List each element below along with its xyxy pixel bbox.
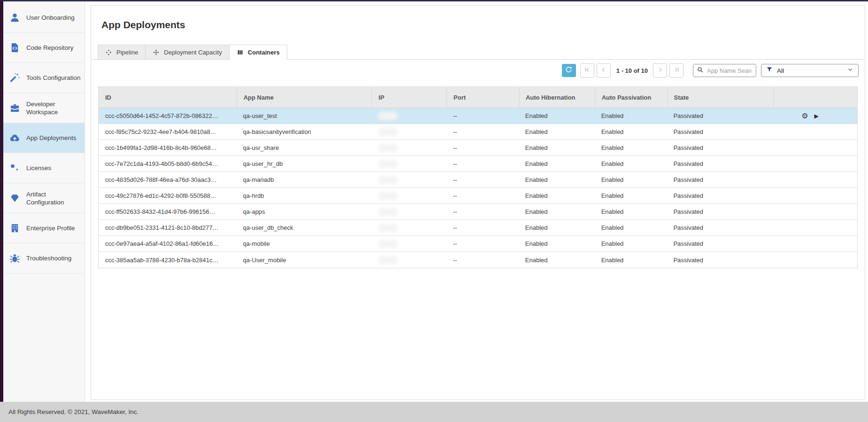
table-row[interactable]: ccc-4835d026-788f-46ea-a76d-30aac3…qa-ma…	[99, 172, 857, 188]
top-accent-bar	[0, 0, 868, 1]
search-icon	[697, 66, 706, 75]
cell-port: --	[446, 124, 519, 140]
cell-id: ccc-4835d026-788f-46ea-a76d-30aac3…	[99, 172, 237, 188]
tab-deployment-capacity[interactable]: Deployment Capacity	[145, 45, 229, 60]
cloud-upload-icon	[8, 133, 21, 143]
settings-gear-icon[interactable]: ⚙	[801, 112, 808, 120]
table-row[interactable]: ccc-db9be051-2331-4121-8c10-8bd277…qa-us…	[99, 220, 857, 236]
column-header-actions[interactable]	[773, 87, 857, 108]
sidebar-item-licenses[interactable]: Licenses	[3, 153, 84, 183]
sidebar-item-label: Code Repository	[26, 44, 84, 52]
tab-pipeline[interactable]: Pipeline	[98, 45, 145, 60]
last-page-button[interactable]	[669, 63, 684, 78]
cell-state: Passivated	[667, 108, 773, 124]
tab-label: Containers	[248, 49, 280, 56]
cell-id: ccc-ff502633-8432-41d4-97b6-996156…	[99, 204, 237, 219]
cell-id: ccc-385aa5ab-3788-4230-b78a-b2841c…	[99, 252, 237, 268]
cell-state: Passivated	[667, 236, 773, 251]
cell-ip	[371, 220, 446, 235]
refresh-button[interactable]	[562, 64, 576, 77]
cell-auto-passivation: Enabled	[595, 156, 667, 172]
tab-containers[interactable]: Containers	[229, 45, 287, 60]
ip-redacted-value	[378, 128, 398, 136]
table-row[interactable]: ccc-ff502633-8432-41d4-97b6-996156…qa-ap…	[99, 204, 857, 220]
cell-port: --	[446, 188, 519, 203]
cell-ip	[371, 140, 446, 156]
cell-auto-passivation: Enabled	[595, 124, 667, 140]
sidebar-item-tools-configuration[interactable]: Tools Configuration	[3, 63, 84, 93]
run-play-icon[interactable]: ▶	[814, 113, 819, 119]
sidebar-item-artifact-configuration[interactable]: Artifact Configuration	[3, 183, 84, 213]
last-page-icon	[673, 66, 680, 75]
table-header-row: IDApp NameIPPortAuto HibernationAuto Pas…	[99, 87, 857, 108]
code-repository-icon	[8, 42, 21, 53]
column-header-app-name[interactable]: App Name	[237, 87, 372, 108]
table-row[interactable]: ccc-f85c75c2-9232-4ee7-b404-9810a8…qa-ba…	[99, 124, 857, 140]
ip-redacted-value	[378, 208, 398, 216]
table-row[interactable]: ccc-1b499fa1-2d98-416b-8c4b-960e68…qa-us…	[99, 140, 857, 156]
bug-icon	[8, 253, 21, 264]
sidebar-item-code-repository[interactable]: Code Repository	[3, 33, 84, 63]
cell-app-name: qa-User_mobile	[237, 252, 372, 268]
cell-state: Passivated	[667, 220, 773, 235]
cell-actions	[773, 188, 857, 203]
sidebar-item-label: Enterprise Profile	[26, 224, 84, 232]
column-header-ip[interactable]: IP	[371, 87, 446, 108]
sidebar-item-app-deployments[interactable]: App Deployments	[3, 123, 84, 153]
previous-page-button[interactable]	[597, 63, 611, 78]
ip-redacted-value	[378, 160, 398, 168]
cell-port: --	[446, 108, 519, 124]
sidebar-item-label: Tools Configuration	[26, 74, 84, 82]
cell-actions	[773, 140, 857, 156]
table-row[interactable]: ccc-385aa5ab-3788-4230-b78a-b2841c…qa-Us…	[99, 252, 857, 268]
table-row[interactable]: ccc-49c27876-ed1c-4292-b0f8-550588…qa-hr…	[99, 188, 857, 204]
column-header-id[interactable]: ID	[99, 87, 237, 108]
cell-ip	[371, 156, 446, 172]
ip-redacted-value	[378, 112, 398, 120]
sidebar-item-label: Troubleshooting	[26, 254, 84, 262]
column-header-auto-passivation[interactable]: Auto Passivation	[595, 87, 667, 108]
filter-dropdown[interactable]: All	[761, 64, 859, 77]
sidebar-item-troubleshooting[interactable]: Troubleshooting	[3, 243, 84, 274]
cell-auto-passivation: Enabled	[595, 236, 667, 251]
briefcase-icon	[8, 102, 21, 113]
cell-app-name: qa-usr_share	[237, 140, 372, 156]
app-name-search-box	[693, 64, 756, 77]
cell-app-name: qa-basicsanityverification	[237, 124, 372, 140]
cell-state: Passivated	[667, 172, 773, 188]
sidebar-item-developer-workspace[interactable]: Developer Workspace	[3, 93, 84, 123]
cell-auto-hibernation: Enabled	[519, 236, 595, 251]
column-header-port[interactable]: Port	[446, 87, 519, 108]
sidebar-item-enterprise-profile[interactable]: Enterprise Profile	[3, 213, 84, 243]
main-content-card: App Deployments PipelineDeployment Capac…	[91, 5, 865, 400]
cell-actions	[773, 252, 857, 268]
cell-state: Passivated	[667, 124, 773, 140]
key-icon	[8, 163, 21, 173]
funnel-icon	[766, 66, 773, 75]
cell-ip	[371, 188, 446, 203]
sidebar-item-label: Developer Workspace	[26, 100, 84, 116]
refresh-icon	[565, 66, 573, 76]
cell-ip	[371, 236, 446, 251]
cell-actions	[773, 220, 857, 235]
page-title: App Deployments	[101, 19, 185, 31]
cell-auto-passivation: Enabled	[595, 220, 667, 235]
first-page-button[interactable]	[580, 63, 594, 78]
search-input[interactable]	[706, 67, 753, 75]
table-row[interactable]: ccc-0e97aea4-a5af-4102-86a1-fd60e16…qa-m…	[99, 236, 857, 252]
cell-auto-passivation: Enabled	[595, 108, 667, 124]
table-row[interactable]: ccc-c5050d64-1452-4c57-872b-086322…qa-us…	[99, 108, 857, 124]
column-header-state[interactable]: State	[667, 87, 774, 108]
sidebar-item-user-onboarding[interactable]: User Onboarding	[3, 3, 84, 33]
ip-redacted-value	[378, 176, 398, 184]
cell-auto-hibernation: Enabled	[519, 108, 595, 124]
cell-port: --	[446, 236, 519, 251]
sidebar: User OnboardingCode RepositoryTools Conf…	[3, 1, 85, 402]
next-page-button[interactable]	[653, 63, 667, 78]
table-row[interactable]: ccc-7e72c1da-4193-4b05-b8d0-6b9c54…qa-us…	[99, 156, 857, 172]
move-icon	[153, 49, 160, 56]
building-icon	[8, 223, 21, 234]
column-header-auto-hibernation[interactable]: Auto Hibernation	[519, 87, 595, 108]
cell-auto-passivation: Enabled	[595, 188, 667, 203]
cell-auto-hibernation: Enabled	[519, 124, 595, 140]
